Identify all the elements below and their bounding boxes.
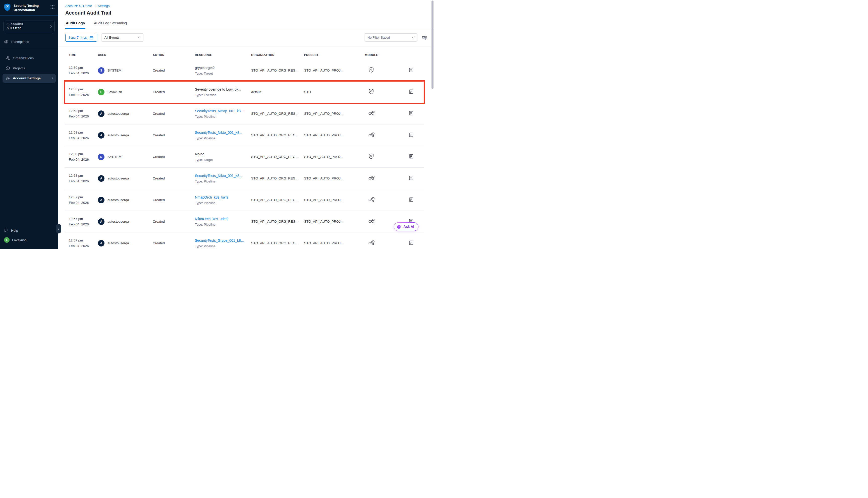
row-time: 12:58 pmFeb 04, 2026 — [65, 109, 98, 118]
help-button[interactable]: Help — [4, 226, 54, 235]
user-name: SYSTEM — [107, 155, 121, 159]
main-scrollbar[interactable] — [431, 0, 433, 89]
audit-row[interactable]: 12:58 pmFeb 04, 2026AautostouserqaCreate… — [65, 168, 424, 189]
sidebar-collapse-handle[interactable] — [56, 224, 61, 233]
event-summary-icon[interactable] — [409, 67, 414, 73]
row-user: LLavakush — [98, 89, 153, 95]
app-title: Security Testing Orchestration — [14, 3, 44, 12]
audit-row[interactable]: 12:59 pmFeb 04, 2026SSYSTEMCreatedgrypet… — [65, 60, 424, 81]
module-switcher-grid-icon[interactable] — [50, 3, 55, 10]
row-time-value: 12:58 pm — [69, 109, 98, 113]
row-action: Created — [153, 198, 195, 202]
pipeline-module-icon — [368, 219, 375, 224]
breadcrumb-account-link[interactable]: Account: STO test — [65, 4, 92, 8]
row-project: STO_API_AUTO_PROJ... — [304, 241, 365, 245]
pipeline-module-icon — [368, 111, 375, 116]
resource-name: Severity override to Low: pk... — [195, 87, 248, 91]
event-summary-icon[interactable] — [409, 154, 414, 159]
breadcrumb-settings-link[interactable]: Settings — [98, 4, 109, 8]
user-name: autostouserqa — [107, 220, 129, 223]
sidebar-item-projects[interactable]: Projects — [2, 64, 56, 73]
user-name: autostouserqa — [107, 176, 129, 180]
column-header-organization: ORGANIZATION — [251, 53, 304, 56]
row-time: 12:58 pmFeb 04, 2026 — [65, 152, 98, 161]
row-user: SSYSTEM — [98, 154, 153, 160]
row-module — [365, 67, 407, 74]
row-organization: default — [251, 90, 304, 94]
row-user: Aautostouserqa — [98, 110, 153, 117]
sidebar-item-account-settings[interactable]: Account Settings — [2, 74, 56, 83]
account-label: ACCOUNT — [11, 23, 23, 25]
event-summary-icon[interactable] — [409, 111, 414, 116]
event-summary-icon[interactable] — [409, 89, 414, 94]
row-time-value: 12:57 pm — [69, 195, 98, 199]
account-selector[interactable]: ACCOUNT STO test — [3, 21, 55, 32]
audit-row[interactable]: 12:58 pmFeb 04, 2026AautostouserqaCreate… — [65, 124, 424, 146]
audit-row-annotated[interactable]: 12:58 pmFeb 04, 2026LLavakushCreatedSeve… — [65, 81, 424, 103]
audit-row[interactable]: 12:58 pmFeb 04, 2026AautostouserqaCreate… — [65, 103, 424, 124]
user-name: autostouserqa — [107, 198, 129, 202]
column-header-details — [407, 53, 424, 56]
row-organization: STO_API_AUTO_ORG_REG... — [251, 68, 304, 72]
resource-name[interactable]: SecurityTests_Nikto_001_k8... — [195, 131, 248, 134]
sidebar-item-exemptions[interactable]: Exemptions — [0, 37, 58, 47]
audit-row[interactable]: 12:58 pmFeb 04, 2026SSYSTEMCreatedalpine… — [65, 146, 424, 168]
row-user: Aautostouserqa — [98, 132, 153, 139]
row-module — [365, 175, 407, 182]
row-time: 12:57 pmFeb 04, 2026 — [65, 238, 98, 248]
sidebar-item-label: Exemptions — [11, 40, 29, 44]
app-window: Security Testing Orchestration ACCOUNT S… — [0, 0, 434, 249]
audit-row[interactable]: 12:57 pmFeb 04, 2026AautostouserqaCreate… — [65, 189, 424, 211]
sidebar-item-label: Account Settings — [13, 76, 41, 80]
row-module — [365, 153, 407, 160]
ask-ai-button[interactable]: Ask AI — [394, 222, 418, 231]
resource-type: Type: Pipeline — [195, 244, 251, 248]
audit-row[interactable]: 12:57 pmFeb 04, 2026AautostouserqaCreate… — [65, 233, 424, 249]
date-range-button[interactable]: Last 7 days — [65, 34, 97, 42]
event-summary-icon[interactable] — [409, 175, 414, 181]
sidebar-item-organizations[interactable]: Organizations — [2, 54, 56, 63]
page-title: Account Audit Trail — [58, 8, 434, 16]
resource-name[interactable]: NmapOrch_k8s_tiaTs — [195, 195, 248, 199]
row-project: STO — [304, 90, 365, 94]
row-organization: STO_API_AUTO_ORG_REG... — [251, 176, 304, 180]
user-name: SYSTEM — [107, 68, 121, 72]
event-summary-icon[interactable] — [409, 197, 414, 202]
resource-name[interactable]: SecurityTests_Grype_001_k8... — [195, 238, 248, 243]
sto-module-icon — [368, 89, 374, 94]
row-action: Created — [153, 155, 195, 159]
row-organization: STO_API_AUTO_ORG_REG... — [251, 112, 304, 116]
saved-filter-dropdown[interactable]: No Filter Saved — [364, 34, 417, 42]
current-user[interactable]: L Lavakush — [4, 235, 54, 245]
row-action: Created — [153, 112, 195, 116]
user-name: autostouserqa — [107, 241, 129, 245]
chevron-down-icon — [138, 36, 140, 38]
event-summary-icon[interactable] — [409, 132, 414, 137]
row-user: Aautostouserqa — [98, 197, 153, 203]
user-avatar: S — [98, 67, 104, 74]
tab-audit-log-streaming[interactable]: Audit Log Streaming — [93, 19, 127, 29]
event-type-dropdown[interactable]: All Events — [101, 34, 143, 42]
row-time: 12:57 pmFeb 04, 2026 — [65, 195, 98, 205]
filter-settings-icon[interactable] — [422, 35, 427, 40]
column-header-time: TIME — [65, 53, 98, 56]
row-module — [365, 89, 407, 95]
audit-row[interactable]: 12:57 pmFeb 04, 2026AautostouserqaCreate… — [65, 211, 424, 233]
resource-name[interactable]: SecurityTests_Nmap_001_k8... — [195, 109, 248, 113]
row-date-value: Feb 04, 2026 — [69, 115, 98, 118]
sto-logo-shield-icon — [3, 3, 11, 11]
account-name: STO test — [7, 26, 23, 30]
row-action: Created — [153, 68, 195, 72]
sidebar-item-label: Organizations — [13, 56, 34, 60]
tab-audit-logs[interactable]: Audit Logs — [65, 19, 86, 29]
row-time-value: 12:57 pm — [69, 238, 98, 242]
row-time: 12:58 pmFeb 04, 2026 — [65, 174, 98, 183]
resource-name[interactable]: SecurityTests_Nikto_001_k8... — [195, 174, 248, 178]
resource-type: Type: Override — [195, 93, 251, 97]
event-summary-icon[interactable] — [409, 240, 414, 245]
resource-name[interactable]: NiktoOrch_k8s_Jderj — [195, 217, 248, 221]
row-date-value: Feb 04, 2026 — [69, 179, 98, 183]
row-module — [365, 132, 407, 138]
chevron-right-icon — [50, 25, 52, 28]
row-details — [407, 175, 424, 182]
